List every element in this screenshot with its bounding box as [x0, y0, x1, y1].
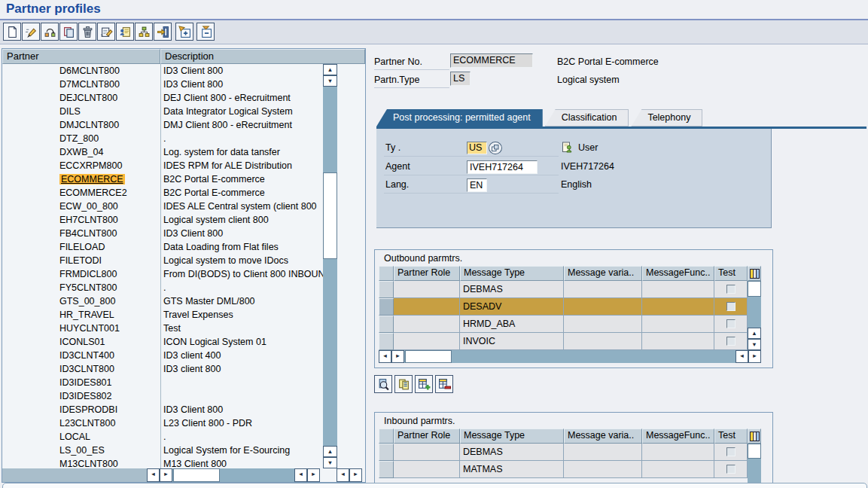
row-selector[interactable] [379, 461, 394, 478]
partner-name[interactable]: D6MCLNT800 [59, 66, 120, 76]
partner-name[interactable]: DILS [59, 106, 81, 117]
partner-row[interactable]: FRMDICL800From DI(BODS) to Client 800 IN… [2, 267, 323, 281]
partner-list-horizontal-scrollbar[interactable]: ◄ ► ◄ ► ◄ ► [2, 468, 365, 482]
partner-row[interactable]: HUYCLNT001Test [2, 322, 323, 335]
partner-name[interactable]: ECOMMERCE2 [59, 188, 127, 198]
message-variant-cell[interactable] [564, 298, 642, 316]
column-header[interactable]: Message Type [460, 429, 564, 444]
insert-row-button[interactable] [415, 375, 433, 393]
partner-role-cell[interactable] [394, 461, 460, 478]
partner-name[interactable]: GTS_00_800 [59, 296, 115, 307]
message-function-cell[interactable] [642, 444, 714, 461]
partner-cell[interactable]: FILETODI [2, 254, 160, 267]
scroll-down-button[interactable]: ▼ [748, 339, 761, 350]
partner-type-field[interactable]: LS [450, 72, 471, 86]
message-type-cell[interactable]: INVOIC [460, 333, 564, 350]
scrollbar-track[interactable] [404, 350, 736, 363]
reassign-button[interactable] [41, 23, 59, 41]
import-button[interactable] [154, 23, 172, 41]
partner-name[interactable]: L23CLNT800 [59, 418, 115, 429]
row-selector[interactable] [379, 333, 394, 350]
copy-button[interactable] [59, 23, 78, 41]
message-variant-cell[interactable] [564, 333, 642, 350]
test-checkbox[interactable] [726, 447, 736, 456]
param-row[interactable]: DEBMAS [379, 444, 748, 461]
partner-role-cell[interactable] [394, 281, 460, 298]
partner-row[interactable]: ECW_00_800IDES ALE Central system (clien… [2, 200, 323, 213]
scroll-right-button[interactable]: ► [349, 468, 362, 482]
partner-row[interactable]: ECCXRPM800IDES RPM for ALE Distribution [2, 159, 323, 172]
possible-entries-button[interactable] [489, 142, 502, 154]
scrollbar-track[interactable] [748, 297, 761, 328]
partner-cell[interactable]: ICONLS01 [2, 335, 160, 349]
expand-node-button[interactable] [175, 23, 193, 41]
partner-cell[interactable]: ECOMMERCE2 [2, 186, 160, 200]
scroll-left-button[interactable]: ◄ [337, 468, 349, 482]
partner-name[interactable]: HR_TRAVEL [59, 310, 114, 320]
message-function-cell[interactable] [642, 281, 714, 298]
column-header[interactable]: Test [714, 429, 748, 444]
scrollbar-thumb[interactable] [173, 468, 220, 482]
partner-cell[interactable]: ID3CLNT800 [2, 362, 160, 376]
message-type-cell[interactable]: DESADV [460, 298, 564, 316]
partner-name[interactable]: LS_00_ES [59, 445, 105, 456]
partner-cell[interactable]: DTZ_800 [2, 132, 160, 145]
collapse-node-button[interactable] [196, 23, 215, 41]
column-header[interactable]: Test [714, 266, 748, 281]
partner-role-cell[interactable] [394, 298, 460, 316]
partner-name[interactable]: ECCXRPM800 [59, 160, 122, 171]
message-variant-cell[interactable] [564, 461, 642, 478]
partner-name[interactable]: HUYCLNT001 [59, 323, 120, 334]
partner-row[interactable]: GTS_00_800GTS Master DML/800 [2, 294, 323, 308]
partner-cell[interactable]: EH7CLNT800 [2, 213, 160, 227]
partner-cell[interactable]: LS_00_ES [2, 444, 160, 457]
partner-name[interactable]: ID3CLNT800 [59, 364, 114, 374]
partner-cell[interactable]: ECW_00_800 [2, 200, 160, 213]
partner-list-vertical-scrollbar[interactable]: ▲ ▼ ▲ ▼ [323, 64, 337, 468]
create-button[interactable] [3, 23, 21, 41]
partner-cell[interactable]: ID3CLNT400 [2, 349, 160, 362]
partner-row[interactable]: IDESPRODBIID3 Client 800 [2, 403, 323, 416]
message-function-cell[interactable] [642, 461, 714, 478]
column-header[interactable]: Partner Role [394, 266, 460, 281]
partner-cell[interactable]: ECCXRPM800 [2, 159, 160, 172]
delete-button[interactable] [78, 23, 96, 41]
partner-row[interactable]: ID3CLNT800ID3 client 800 [2, 362, 323, 376]
partner-name[interactable]: ECW_00_800 [59, 201, 118, 212]
partner-cell[interactable]: D6MCLNT800 [2, 64, 160, 78]
partner-cell[interactable]: ECOMMERCE [2, 172, 160, 186]
partner-row[interactable]: ID3IDES801 [2, 376, 323, 389]
scrollbar-thumb[interactable] [405, 350, 452, 363]
partner-row[interactable]: FILETODILogical system to move IDocs [2, 254, 323, 267]
row-selector[interactable] [379, 298, 394, 316]
partner-row[interactable]: ECOMMERCE2B2C Portal E-commerce [2, 186, 323, 200]
partner-cell[interactable]: FY5CLNT800 [2, 281, 160, 294]
maintain-button[interactable] [97, 23, 115, 41]
outbound-horizontal-scrollbar[interactable]: ◄ ► ◄ ► [379, 350, 761, 363]
partner-row[interactable]: FB4CLNT800ID3 Client 800 [2, 227, 323, 240]
partner-name[interactable]: FRMDICL800 [59, 269, 117, 279]
partner-cell[interactable]: FILELOAD [2, 240, 160, 254]
scroll-left-button[interactable]: ◄ [147, 468, 160, 482]
test-checkbox[interactable] [726, 337, 736, 346]
scrollbar-thumb[interactable] [748, 444, 761, 459]
column-header[interactable]: Message Type [460, 266, 564, 281]
partner-cell[interactable]: HR_TRAVEL [2, 308, 160, 322]
partner-name[interactable]: D7MCLNT800 [59, 79, 120, 90]
scroll-left-button[interactable]: ◄ [379, 350, 391, 363]
partner-no-field[interactable]: ECOMMERCE [450, 53, 533, 68]
scroll-down-button[interactable]: ▼ [323, 457, 337, 468]
column-header[interactable]: MessageFunc.. [642, 429, 714, 444]
message-function-cell[interactable] [642, 316, 714, 333]
scroll-right-button[interactable]: ► [748, 350, 761, 363]
row-selector[interactable] [379, 316, 394, 333]
row-selector[interactable] [379, 281, 394, 298]
column-header[interactable]: MessageFunc.. [642, 266, 714, 281]
change-button[interactable] [22, 23, 40, 41]
display-detail-button[interactable] [374, 375, 392, 393]
scroll-right-button[interactable]: ► [391, 350, 404, 363]
scrollbar-thumb[interactable] [323, 172, 337, 258]
partner-row[interactable]: DXWB_04Log. system for data tansfer [2, 145, 323, 159]
column-header[interactable]: Message varia.. [564, 266, 642, 281]
message-variant-cell[interactable] [564, 316, 642, 333]
